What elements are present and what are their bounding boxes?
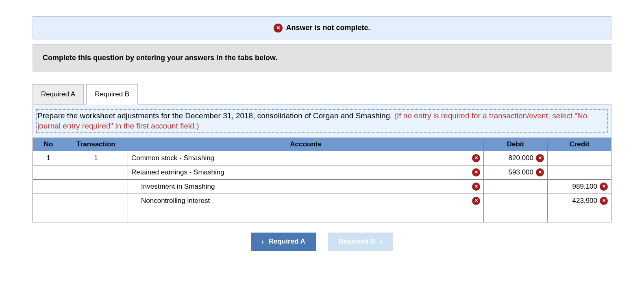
error-icon: ✕ <box>536 154 544 162</box>
status-banner: ✕ Answer is not complete. <box>33 16 611 39</box>
cell-account[interactable] <box>128 208 484 222</box>
cell-transaction[interactable] <box>64 165 128 179</box>
tab-label: Required A <box>41 90 75 98</box>
error-icon: ✕ <box>536 168 544 176</box>
account-name: Noncontrolling interest <box>141 197 210 205</box>
cell-account[interactable]: Noncontrolling interest✕ <box>128 194 484 208</box>
status-text: Answer is not complete. <box>286 24 370 32</box>
cell-debit[interactable] <box>484 208 548 222</box>
table-row: Investment in Smashing✕989,100✕ <box>33 179 611 194</box>
tab-required-b[interactable]: Required B <box>86 84 138 104</box>
cell-transaction[interactable]: 1 <box>64 151 128 165</box>
table-row <box>33 208 611 222</box>
cell-debit[interactable] <box>484 179 548 194</box>
cell-account[interactable]: Common stock - Smashing✕ <box>128 151 484 165</box>
cell-credit[interactable]: 423,900✕ <box>548 194 611 208</box>
tab-required-a[interactable]: Required A <box>33 84 84 104</box>
col-header-credit: Credit <box>548 137 611 151</box>
error-icon: ✕ <box>274 24 283 33</box>
journal-table: No Transaction Accounts Debit Credit 11C… <box>33 137 611 222</box>
account-name: Common stock - Smashing <box>131 154 214 162</box>
cell-no[interactable] <box>33 208 64 222</box>
tab-bar: Required A Required B <box>33 84 611 104</box>
col-header-debit: Debit <box>484 137 548 151</box>
account-name: Investment in Smashing <box>141 183 215 191</box>
prompt-box: Prepare the worksheet adjustments for th… <box>36 109 608 133</box>
cell-credit[interactable] <box>548 165 611 179</box>
col-header-transaction: Transaction <box>64 137 128 151</box>
next-label: Required B <box>339 237 376 246</box>
table-row: Noncontrolling interest✕423,900✕ <box>33 194 611 208</box>
error-icon: ✕ <box>600 197 608 205</box>
tab-content: Prepare the worksheet adjustments for th… <box>33 104 611 138</box>
tab-label: Required B <box>95 90 129 98</box>
nav-buttons: ‹ Required A Required B › <box>33 233 611 251</box>
cell-transaction[interactable] <box>64 194 128 208</box>
error-icon: ✕ <box>472 197 480 205</box>
cell-transaction[interactable] <box>64 179 128 194</box>
cell-no[interactable] <box>33 179 64 194</box>
instruction-text: Complete this question by entering your … <box>43 54 277 62</box>
cell-account[interactable]: Retained earnings - Smashing✕ <box>128 165 484 179</box>
table-row: Retained earnings - Smashing✕593,000✕ <box>33 165 611 179</box>
cell-credit[interactable] <box>548 151 611 165</box>
chevron-right-icon: › <box>380 237 383 246</box>
error-icon: ✕ <box>472 168 480 176</box>
error-icon: ✕ <box>472 154 480 162</box>
cell-no[interactable]: 1 <box>33 151 64 165</box>
debit-value: 820,000 <box>509 154 533 162</box>
next-button[interactable]: Required B › <box>328 233 394 251</box>
instruction-bar: Complete this question by entering your … <box>33 44 611 72</box>
col-header-accounts: Accounts <box>128 137 484 151</box>
cell-credit[interactable] <box>548 208 611 222</box>
error-icon: ✕ <box>600 183 608 191</box>
chevron-left-icon: ‹ <box>261 237 264 246</box>
debit-value: 593,000 <box>509 168 533 176</box>
col-header-no: No <box>33 137 64 151</box>
cell-no[interactable] <box>33 165 64 179</box>
cell-no[interactable] <box>33 194 64 208</box>
account-name: Retained earnings - Smashing <box>131 168 224 176</box>
prompt-text: Prepare the worksheet adjustments for th… <box>37 111 394 120</box>
error-icon: ✕ <box>472 183 480 191</box>
cell-debit[interactable]: 593,000✕ <box>484 165 548 179</box>
table-row: 11Common stock - Smashing✕820,000✕ <box>33 151 611 165</box>
prev-label: Required A <box>269 237 305 246</box>
credit-value: 423,900 <box>572 197 597 205</box>
cell-account[interactable]: Investment in Smashing✕ <box>128 179 484 194</box>
cell-transaction[interactable] <box>64 208 128 222</box>
prev-button[interactable]: ‹ Required A <box>251 233 316 251</box>
cell-debit[interactable] <box>484 194 548 208</box>
cell-credit[interactable]: 989,100✕ <box>548 179 611 194</box>
cell-debit[interactable]: 820,000✕ <box>484 151 548 165</box>
credit-value: 989,100 <box>572 183 597 191</box>
